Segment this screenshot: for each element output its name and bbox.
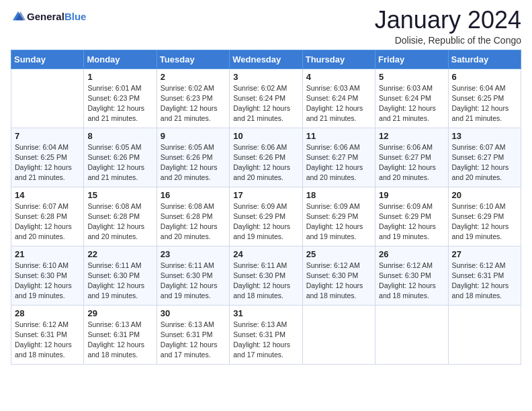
- day-cell: [302, 305, 375, 364]
- day-cell: 7Sunrise: 6:04 AM Sunset: 6:25 PM Daylig…: [11, 128, 84, 187]
- day-cell: 19Sunrise: 6:09 AM Sunset: 6:29 PM Dayli…: [375, 187, 448, 246]
- day-number: 3: [233, 72, 298, 82]
- day-cell: 11Sunrise: 6:06 AM Sunset: 6:27 PM Dayli…: [302, 128, 375, 187]
- day-number: 11: [306, 131, 371, 141]
- day-number: 20: [452, 190, 517, 200]
- day-cell: 20Sunrise: 6:10 AM Sunset: 6:29 PM Dayli…: [448, 187, 521, 246]
- day-info: Sunrise: 6:04 AM Sunset: 6:25 PM Dayligh…: [15, 142, 80, 183]
- day-cell: 21Sunrise: 6:10 AM Sunset: 6:30 PM Dayli…: [11, 246, 84, 305]
- day-cell: 10Sunrise: 6:06 AM Sunset: 6:26 PM Dayli…: [230, 128, 302, 187]
- day-info: Sunrise: 6:10 AM Sunset: 6:29 PM Dayligh…: [452, 201, 517, 242]
- title-block: January 2024 Dolisie, Republic of the Co…: [375, 7, 521, 46]
- day-info: Sunrise: 6:01 AM Sunset: 6:23 PM Dayligh…: [87, 83, 152, 124]
- day-cell: 15Sunrise: 6:08 AM Sunset: 6:28 PM Dayli…: [84, 187, 157, 246]
- day-cell: 9Sunrise: 6:05 AM Sunset: 6:26 PM Daylig…: [157, 128, 229, 187]
- day-cell: 12Sunrise: 6:06 AM Sunset: 6:27 PM Dayli…: [375, 128, 448, 187]
- day-cell: 1Sunrise: 6:01 AM Sunset: 6:23 PM Daylig…: [84, 68, 157, 128]
- day-number: 28: [15, 308, 80, 318]
- day-number: 5: [379, 72, 444, 82]
- day-info: Sunrise: 6:09 AM Sunset: 6:29 PM Dayligh…: [306, 201, 371, 242]
- day-number: 17: [233, 190, 298, 200]
- weekday-header-saturday: Saturday: [448, 50, 521, 68]
- day-number: 9: [161, 131, 226, 141]
- week-row-5: 28Sunrise: 6:12 AM Sunset: 6:31 PM Dayli…: [11, 305, 521, 364]
- day-info: Sunrise: 6:12 AM Sunset: 6:30 PM Dayligh…: [379, 261, 444, 302]
- day-number: 12: [379, 131, 444, 141]
- day-info: Sunrise: 6:06 AM Sunset: 6:27 PM Dayligh…: [306, 142, 371, 183]
- day-number: 15: [87, 190, 152, 200]
- day-info: Sunrise: 6:12 AM Sunset: 6:30 PM Dayligh…: [306, 261, 371, 302]
- week-row-4: 21Sunrise: 6:10 AM Sunset: 6:30 PM Dayli…: [11, 246, 521, 305]
- logo-icon: [11, 9, 26, 24]
- day-cell: 28Sunrise: 6:12 AM Sunset: 6:31 PM Dayli…: [11, 305, 84, 364]
- day-info: Sunrise: 6:07 AM Sunset: 6:27 PM Dayligh…: [452, 142, 517, 183]
- day-number: 22: [87, 249, 152, 259]
- week-row-1: 1Sunrise: 6:01 AM Sunset: 6:23 PM Daylig…: [11, 68, 521, 128]
- day-cell: 13Sunrise: 6:07 AM Sunset: 6:27 PM Dayli…: [448, 128, 521, 187]
- day-number: 13: [452, 131, 517, 141]
- day-cell: 31Sunrise: 6:13 AM Sunset: 6:31 PM Dayli…: [230, 305, 302, 364]
- day-cell: 4Sunrise: 6:03 AM Sunset: 6:24 PM Daylig…: [302, 68, 375, 128]
- day-cell: 22Sunrise: 6:11 AM Sunset: 6:30 PM Dayli…: [84, 246, 157, 305]
- day-number: 30: [161, 308, 226, 318]
- day-cell: 5Sunrise: 6:03 AM Sunset: 6:24 PM Daylig…: [375, 68, 448, 128]
- day-info: Sunrise: 6:11 AM Sunset: 6:30 PM Dayligh…: [87, 261, 152, 302]
- day-cell: [11, 68, 84, 128]
- day-info: Sunrise: 6:13 AM Sunset: 6:31 PM Dayligh…: [233, 320, 298, 361]
- day-info: Sunrise: 6:08 AM Sunset: 6:28 PM Dayligh…: [87, 201, 152, 242]
- weekday-header-thursday: Thursday: [302, 50, 375, 68]
- day-info: Sunrise: 6:10 AM Sunset: 6:30 PM Dayligh…: [15, 261, 80, 302]
- day-cell: 16Sunrise: 6:08 AM Sunset: 6:28 PM Dayli…: [157, 187, 229, 246]
- day-cell: 14Sunrise: 6:07 AM Sunset: 6:28 PM Dayli…: [11, 187, 84, 246]
- day-cell: 23Sunrise: 6:11 AM Sunset: 6:30 PM Dayli…: [157, 246, 229, 305]
- day-info: Sunrise: 6:06 AM Sunset: 6:27 PM Dayligh…: [379, 142, 444, 183]
- day-number: 7: [15, 131, 80, 141]
- day-cell: 26Sunrise: 6:12 AM Sunset: 6:30 PM Dayli…: [375, 246, 448, 305]
- day-number: 18: [306, 190, 371, 200]
- day-number: 2: [161, 72, 226, 82]
- day-info: Sunrise: 6:08 AM Sunset: 6:28 PM Dayligh…: [161, 201, 226, 242]
- day-info: Sunrise: 6:11 AM Sunset: 6:30 PM Dayligh…: [233, 261, 298, 302]
- day-info: Sunrise: 6:09 AM Sunset: 6:29 PM Dayligh…: [233, 201, 298, 242]
- day-number: 31: [233, 308, 298, 318]
- day-info: Sunrise: 6:12 AM Sunset: 6:31 PM Dayligh…: [452, 261, 517, 302]
- day-cell: 29Sunrise: 6:13 AM Sunset: 6:31 PM Dayli…: [84, 305, 157, 364]
- day-cell: 24Sunrise: 6:11 AM Sunset: 6:30 PM Dayli…: [230, 246, 302, 305]
- day-cell: 30Sunrise: 6:13 AM Sunset: 6:31 PM Dayli…: [157, 305, 229, 364]
- day-number: 4: [306, 72, 371, 82]
- day-info: Sunrise: 6:11 AM Sunset: 6:30 PM Dayligh…: [161, 261, 226, 302]
- logo: GeneralBlue: [11, 7, 86, 24]
- day-cell: 3Sunrise: 6:02 AM Sunset: 6:24 PM Daylig…: [230, 68, 302, 128]
- day-number: 26: [379, 249, 444, 259]
- day-cell: 8Sunrise: 6:05 AM Sunset: 6:26 PM Daylig…: [84, 128, 157, 187]
- day-number: 6: [452, 72, 517, 82]
- weekday-header-friday: Friday: [375, 50, 448, 68]
- day-info: Sunrise: 6:09 AM Sunset: 6:29 PM Dayligh…: [379, 201, 444, 242]
- day-cell: 17Sunrise: 6:09 AM Sunset: 6:29 PM Dayli…: [230, 187, 302, 246]
- month-title: January 2024: [375, 7, 521, 34]
- day-cell: [375, 305, 448, 364]
- day-info: Sunrise: 6:02 AM Sunset: 6:24 PM Dayligh…: [233, 83, 298, 124]
- day-number: 8: [87, 131, 152, 141]
- day-info: Sunrise: 6:12 AM Sunset: 6:31 PM Dayligh…: [15, 320, 80, 361]
- day-cell: 2Sunrise: 6:02 AM Sunset: 6:23 PM Daylig…: [157, 68, 229, 128]
- day-number: 23: [161, 249, 226, 259]
- calendar-table: SundayMondayTuesdayWednesdayThursdayFrid…: [11, 50, 521, 365]
- day-cell: [448, 305, 521, 364]
- day-info: Sunrise: 6:13 AM Sunset: 6:31 PM Dayligh…: [87, 320, 152, 361]
- week-row-2: 7Sunrise: 6:04 AM Sunset: 6:25 PM Daylig…: [11, 128, 521, 187]
- day-number: 27: [452, 249, 517, 259]
- day-info: Sunrise: 6:04 AM Sunset: 6:25 PM Dayligh…: [452, 83, 517, 124]
- location: Dolisie, Republic of the Congo: [375, 35, 521, 46]
- day-number: 24: [233, 249, 298, 259]
- day-number: 14: [15, 190, 80, 200]
- day-info: Sunrise: 6:06 AM Sunset: 6:26 PM Dayligh…: [233, 142, 298, 183]
- day-info: Sunrise: 6:13 AM Sunset: 6:31 PM Dayligh…: [161, 320, 226, 361]
- page: GeneralBlue January 2024 Dolisie, Republ…: [0, 0, 532, 411]
- week-row-3: 14Sunrise: 6:07 AM Sunset: 6:28 PM Dayli…: [11, 187, 521, 246]
- weekday-header-wednesday: Wednesday: [230, 50, 302, 68]
- day-info: Sunrise: 6:03 AM Sunset: 6:24 PM Dayligh…: [379, 83, 444, 124]
- day-cell: 18Sunrise: 6:09 AM Sunset: 6:29 PM Dayli…: [302, 187, 375, 246]
- logo-text: GeneralBlue: [27, 11, 86, 23]
- day-number: 29: [87, 308, 152, 318]
